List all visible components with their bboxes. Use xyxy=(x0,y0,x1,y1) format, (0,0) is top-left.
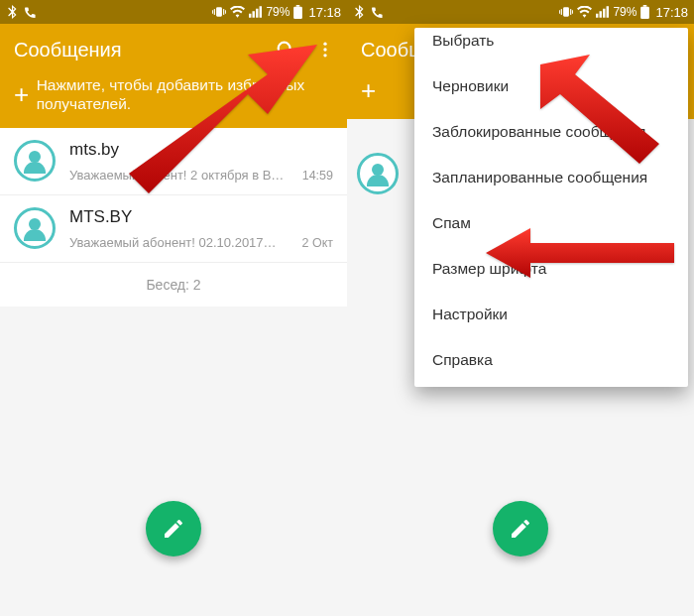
conversation-row[interactable]: MTS.BY Уважаемый абонент! 02.10.2017… 2 … xyxy=(0,195,347,263)
svg-rect-18 xyxy=(643,5,647,7)
svg-rect-14 xyxy=(571,9,572,15)
svg-rect-2 xyxy=(224,9,225,15)
add-favorite-icon[interactable]: + xyxy=(14,81,37,107)
bluetooth-icon xyxy=(353,5,365,19)
svg-rect-6 xyxy=(296,5,300,7)
conversation-title: mts.by xyxy=(69,140,119,160)
avatar[interactable] xyxy=(14,207,56,249)
clock-text: 17:18 xyxy=(308,5,341,20)
svg-marker-21 xyxy=(486,228,674,278)
svg-rect-16 xyxy=(572,10,573,14)
annotation-arrow xyxy=(486,228,674,278)
svg-rect-15 xyxy=(559,10,560,14)
avatar[interactable] xyxy=(14,140,56,182)
compose-fab[interactable] xyxy=(146,501,201,556)
signal-icon xyxy=(596,6,609,18)
menu-item-settings[interactable]: Настройки xyxy=(414,292,688,337)
conversation-title: MTS.BY xyxy=(69,207,132,227)
vibrate-icon xyxy=(212,6,226,18)
conversation-snippet: Уважаемый абонент! 02.10.2017… xyxy=(69,235,290,250)
battery-icon xyxy=(293,5,302,19)
svg-marker-19 xyxy=(129,45,317,193)
wifi-icon xyxy=(230,6,245,18)
battery-text: 79% xyxy=(613,5,636,19)
clock-text: 17:18 xyxy=(655,5,688,20)
battery-icon xyxy=(640,5,649,19)
svg-marker-20 xyxy=(540,55,659,164)
svg-rect-4 xyxy=(225,10,226,14)
battery-text: 79% xyxy=(266,5,289,19)
conversation-count: Бесед: 2 xyxy=(0,263,347,307)
compose-fab[interactable] xyxy=(493,501,548,556)
svg-rect-17 xyxy=(641,7,650,19)
svg-rect-3 xyxy=(212,10,213,14)
vibrate-icon xyxy=(559,6,573,18)
status-bar: 79% 17:18 xyxy=(0,0,347,24)
add-favorite-icon[interactable]: + xyxy=(361,77,389,103)
avatar[interactable] xyxy=(357,153,399,194)
svg-rect-13 xyxy=(561,9,562,15)
wifi-icon xyxy=(577,6,592,18)
annotation-arrow xyxy=(540,55,689,164)
svg-rect-1 xyxy=(214,9,215,15)
svg-rect-0 xyxy=(217,7,223,16)
annotation-arrow xyxy=(129,35,327,193)
svg-rect-5 xyxy=(294,7,303,19)
menu-item-help[interactable]: Справка xyxy=(414,337,688,383)
signal-icon xyxy=(249,6,262,18)
phone-icon xyxy=(371,6,384,19)
conversation-time: 2 Окт xyxy=(302,236,333,250)
svg-rect-12 xyxy=(564,7,570,16)
status-bar: 79% 17:18 xyxy=(347,0,694,24)
phone-icon xyxy=(24,6,37,19)
bluetooth-icon xyxy=(6,5,18,19)
